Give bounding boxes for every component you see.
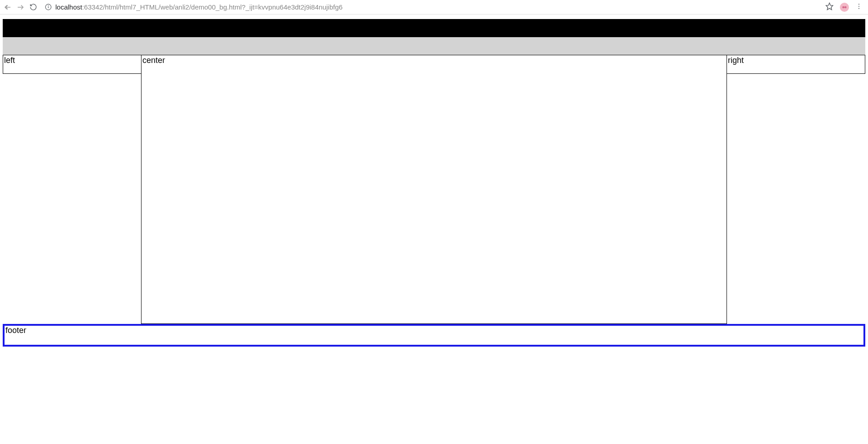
three-column-layout: left center right — [3, 55, 865, 324]
svg-point-6 — [842, 6, 844, 8]
right-column: right — [727, 55, 865, 74]
toolbar-right — [825, 2, 864, 12]
page-viewport: left center right footer — [0, 14, 868, 444]
reload-icon — [29, 3, 37, 11]
left-column: left — [3, 55, 141, 74]
info-icon — [45, 4, 52, 10]
url-path: :63342/html/html7_HTML/web/anli2/demo00_… — [82, 3, 342, 11]
url-text: localhost:63342/html/html7_HTML/web/anli… — [55, 3, 342, 11]
footer-label: footer — [5, 326, 26, 335]
header-top-bar — [3, 19, 865, 37]
footer: footer — [3, 324, 865, 347]
nav-buttons — [4, 3, 37, 11]
svg-marker-5 — [826, 3, 833, 10]
avatar-icon — [841, 4, 848, 10]
back-button[interactable] — [4, 3, 12, 11]
svg-point-7 — [844, 6, 847, 8]
star-icon — [825, 2, 834, 10]
forward-button[interactable] — [16, 3, 24, 11]
svg-point-4 — [48, 5, 49, 6]
center-column-label: center — [142, 56, 165, 65]
center-column: center — [141, 55, 727, 324]
site-info-icon[interactable] — [44, 4, 52, 11]
profile-avatar[interactable] — [840, 3, 849, 12]
browser-toolbar: localhost:63342/html/html7_HTML/web/anli… — [0, 0, 868, 14]
vertical-dots-icon — [855, 3, 863, 10]
left-column-label: left — [4, 56, 15, 65]
arrow-right-icon — [16, 3, 24, 11]
menu-button[interactable] — [855, 3, 863, 12]
url-host: localhost — [55, 3, 82, 11]
svg-point-9 — [858, 5, 859, 6]
header-sub-bar — [3, 37, 865, 55]
svg-point-10 — [858, 8, 859, 9]
svg-point-8 — [858, 4, 859, 5]
bookmark-button[interactable] — [825, 2, 834, 12]
arrow-left-icon — [4, 3, 12, 11]
page-content: left center right footer — [0, 14, 868, 349]
address-bar[interactable]: localhost:63342/html/html7_HTML/web/anli… — [43, 3, 820, 11]
reload-button[interactable] — [29, 3, 37, 11]
right-column-label: right — [728, 56, 744, 65]
